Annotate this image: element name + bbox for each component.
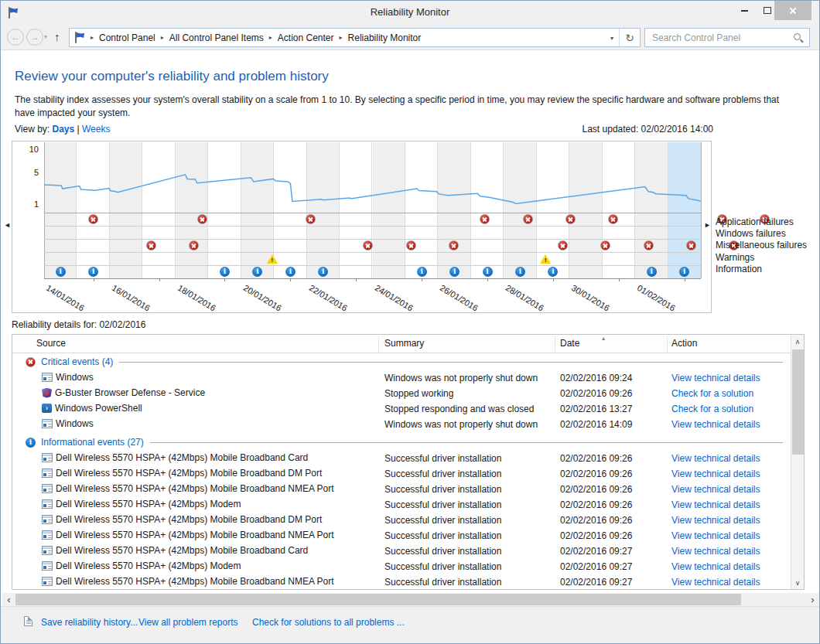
date-cell: 02/02/2016 09:26 — [560, 453, 668, 464]
table-row[interactable]: Dell Wireless 5570 HSPA+ (42Mbps) ModemS… — [12, 497, 791, 513]
date-cell: 02/02/2016 09:27 — [560, 577, 668, 588]
column-header-summary[interactable]: Summary — [384, 338, 424, 349]
recent-pages-dropdown[interactable]: ▾ — [44, 33, 47, 40]
info-event-icon[interactable]: i — [483, 267, 493, 277]
action-link[interactable]: View technical details — [671, 469, 760, 479]
info-event-icon[interactable]: i — [647, 267, 657, 277]
refresh-button[interactable]: ↻ — [619, 29, 640, 46]
group-label: Critical events (4) — [41, 356, 113, 367]
warning-event-icon[interactable]: ! — [540, 254, 551, 264]
forward-button[interactable]: → — [26, 29, 43, 46]
scroll-down-button[interactable]: ∨ — [791, 576, 804, 589]
back-button[interactable]: ← — [7, 29, 24, 46]
column-header-action[interactable]: Action — [671, 338, 697, 349]
info-event-icon[interactable]: i — [56, 267, 66, 277]
error-event-icon[interactable] — [197, 214, 207, 224]
source-text: Dell Wireless 5570 HSPA+ (42Mbps) Mobile… — [56, 483, 334, 494]
horizontal-scroll-thumb[interactable] — [15, 594, 741, 605]
x-axis-date-label: 26/01/2016 — [439, 283, 480, 313]
error-event-icon[interactable] — [644, 240, 654, 250]
action-link[interactable]: View technical details — [671, 546, 760, 557]
minimize-button[interactable] — [733, 1, 756, 20]
info-event-icon[interactable]: i — [220, 267, 230, 277]
info-event-icon[interactable]: i — [417, 267, 427, 277]
powershell-icon: › — [42, 404, 52, 413]
group-rule-line — [150, 442, 783, 443]
table-row[interactable]: Dell Wireless 5570 HSPA+ (42Mbps) Mobile… — [12, 451, 791, 466]
chart-scroll-left-icon[interactable]: ◄ — [4, 221, 11, 229]
breadcrumb-item[interactable]: Control Panel — [99, 32, 155, 43]
table-row[interactable]: WindowsWindows was not properly shut dow… — [12, 370, 791, 386]
action-link[interactable]: View technical details — [671, 577, 760, 588]
column-header-date[interactable]: Date — [560, 338, 579, 349]
view-by-weeks-link[interactable]: Weeks — [82, 124, 110, 135]
vertical-scrollbar[interactable]: ∧ ∨ — [791, 335, 804, 589]
close-button[interactable] — [774, 1, 811, 20]
action-link[interactable]: View technical details — [671, 453, 760, 464]
error-event-icon[interactable] — [523, 214, 533, 224]
action-link[interactable]: View technical details — [671, 373, 760, 383]
x-axis-tick — [159, 278, 160, 281]
warning-event-icon[interactable]: ! — [267, 254, 278, 264]
action-link[interactable]: View technical details — [671, 484, 760, 495]
horizontal-scrollbar[interactable]: ‹ › — [2, 593, 819, 606]
error-event-icon[interactable] — [406, 240, 416, 250]
error-event-icon[interactable] — [558, 240, 568, 250]
scroll-left-icon: ‹ — [7, 594, 10, 605]
action-link[interactable]: View technical details — [671, 419, 760, 430]
error-event-icon[interactable] — [686, 240, 696, 250]
action-link[interactable]: Check for a solution — [671, 404, 753, 414]
legend-label: Windows failures — [716, 228, 807, 240]
details-group-header[interactable]: Critical events (4) — [12, 353, 791, 370]
action-link[interactable]: View technical details — [671, 499, 760, 510]
up-one-level-button[interactable]: ↑ — [54, 30, 60, 43]
view-all-problem-reports-link[interactable]: View all problem reports — [138, 617, 238, 628]
info-event-icon[interactable]: i — [515, 267, 525, 277]
search-icon[interactable] — [794, 33, 804, 43]
gbuster-shield-icon — [42, 388, 52, 398]
search-input[interactable] — [651, 30, 790, 45]
scroll-up-button[interactable]: ∧ — [791, 335, 804, 348]
source-text: Windows — [56, 372, 94, 383]
breadcrumb-item[interactable]: Reliability Monitor — [348, 32, 422, 43]
legend-label: Warnings — [716, 252, 807, 264]
scroll-right-button[interactable]: › — [806, 593, 819, 606]
view-by-days-link[interactable]: Days — [52, 124, 74, 135]
table-row[interactable]: Dell Wireless 5570 HSPA+ (42Mbps) Mobile… — [12, 466, 791, 482]
table-row[interactable]: Dell Wireless 5570 HSPA+ (42Mbps) Mobile… — [12, 513, 791, 528]
chart-scroll-right-icon[interactable]: ► — [704, 221, 711, 229]
details-group-header[interactable]: iInformational events (27) — [12, 434, 791, 451]
source-text: Dell Wireless 5570 HSPA+ (42Mbps) Modem — [56, 561, 241, 571]
critical-events-icon — [26, 357, 36, 367]
error-event-icon[interactable] — [565, 214, 576, 224]
summary-cell: Windows was not properly shut down — [384, 419, 555, 430]
table-row[interactable]: Dell Wireless 5570 HSPA+ (42Mbps) ModemS… — [12, 559, 791, 574]
summary-cell: Successful driver installation — [384, 499, 555, 510]
error-event-icon[interactable] — [146, 240, 156, 250]
column-header-source[interactable]: Source — [36, 338, 66, 349]
breadcrumb-item[interactable]: Action Center — [278, 32, 334, 43]
action-link[interactable]: View technical details — [671, 515, 760, 526]
table-row[interactable]: ›Windows PowerShellStopped responding an… — [12, 401, 791, 417]
vertical-scroll-thumb[interactable] — [792, 349, 804, 455]
check-for-solutions-link[interactable]: Check for solutions to all problems ... — [252, 617, 405, 628]
table-row[interactable]: Dell Wireless 5570 HSPA+ (42Mbps) Mobile… — [12, 528, 791, 543]
table-row[interactable]: WindowsWindows was not properly shut dow… — [12, 417, 791, 432]
source-cell: Dell Wireless 5570 HSPA+ (42Mbps) Mobile… — [42, 483, 374, 494]
error-event-icon[interactable] — [306, 214, 316, 224]
table-row[interactable]: Dell Wireless 5570 HSPA+ (42Mbps) Mobile… — [12, 574, 791, 590]
action-link[interactable]: Check for a solution — [671, 388, 753, 399]
breadcrumb-item[interactable]: All Control Panel Items — [169, 32, 264, 43]
source-text: Dell Wireless 5570 HSPA+ (42Mbps) Mobile… — [56, 576, 334, 587]
save-reliability-history-link[interactable]: Save reliability history... — [41, 617, 138, 628]
table-row[interactable]: Dell Wireless 5570 HSPA+ (42Mbps) Mobile… — [12, 543, 791, 559]
action-link[interactable]: View technical details — [671, 530, 760, 541]
summary-cell: Successful driver installation — [384, 546, 555, 557]
scroll-left-button[interactable]: ‹ — [2, 593, 15, 606]
table-row[interactable]: Dell Wireless 5570 HSPA+ (42Mbps) Mobile… — [12, 482, 791, 497]
action-link[interactable]: View technical details — [671, 561, 760, 572]
address-dropdown-chevron[interactable]: ▾ — [610, 35, 613, 42]
info-event-icon[interactable]: i — [285, 267, 296, 277]
table-header: Source Summary Date ▴ Action — [12, 335, 791, 353]
table-row[interactable]: G-Buster Browser Defense - ServiceStoppe… — [12, 386, 791, 401]
